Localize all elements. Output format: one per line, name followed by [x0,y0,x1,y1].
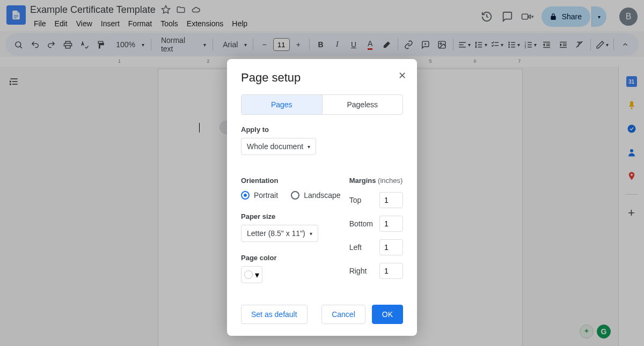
radio-selected-icon [241,191,250,200]
margin-right-label: Right [349,267,367,275]
color-circle-icon [244,270,253,279]
paper-size-select[interactable]: Letter (8.5" x 11") ▾ [241,225,318,242]
dialog-tabs: Pages Pageless [241,94,403,115]
apply-to-select[interactable]: Whole document ▾ [241,138,316,155]
orientation-label: Orientation [241,176,341,185]
ok-button[interactable]: OK [372,305,403,324]
margin-top-label: Top [349,196,362,204]
tab-pageless[interactable]: Pageless [323,95,403,114]
paper-size-value: Letter (8.5" x 11") [247,229,305,238]
set-default-button[interactable]: Set as default [241,305,308,324]
dialog-title: Page setup [241,71,403,85]
apply-to-value: Whole document [247,142,303,151]
tab-pages[interactable]: Pages [241,95,323,114]
margin-left-label: Left [349,243,362,252]
margins-label: Margins (inches) [349,176,403,185]
page-color-select[interactable]: ▾ [241,266,262,283]
cancel-button[interactable]: Cancel [321,305,365,324]
orientation-landscape-radio[interactable]: Landscape [291,191,341,200]
radio-unselected-icon [291,191,299,200]
radio-label: Portrait [254,191,278,200]
page-color-label: Page color [241,254,341,262]
margin-left-input[interactable] [379,239,403,255]
paper-size-label: Paper size [241,212,341,220]
margin-bottom-input[interactable] [379,216,403,232]
close-icon[interactable]: ✕ [398,70,406,82]
orientation-portrait-radio[interactable]: Portrait [241,191,278,200]
margin-bottom-label: Bottom [349,219,373,228]
chevron-down-icon: ▾ [310,231,312,237]
margin-top-input[interactable] [379,192,403,208]
chevron-down-icon: ▾ [308,144,310,150]
chevron-down-icon: ▾ [255,270,259,280]
radio-label: Landscape [304,191,341,200]
margin-right-input[interactable] [379,263,403,279]
page-setup-dialog: Page setup ✕ Pages Pageless Apply to Who… [227,59,417,336]
apply-to-label: Apply to [241,126,403,134]
